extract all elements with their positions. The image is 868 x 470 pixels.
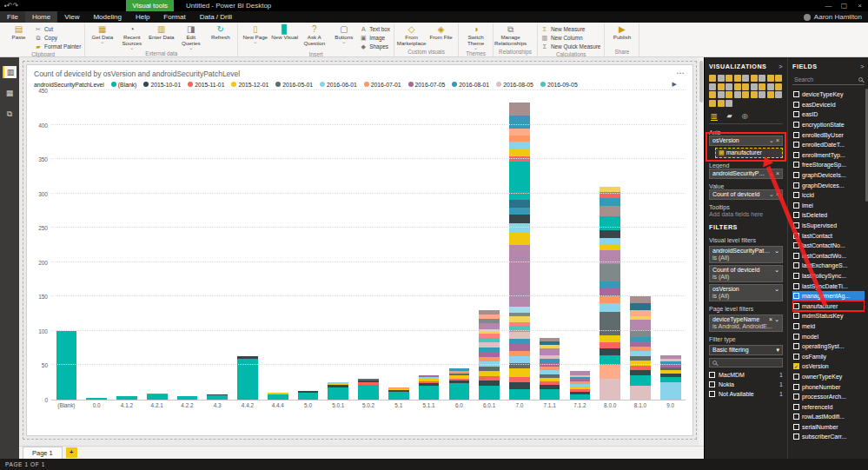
checkbox[interactable] [793, 384, 799, 390]
checkbox[interactable] [793, 334, 799, 340]
remove-icon[interactable]: × [776, 191, 779, 197]
ribbon-button-new-quick-measure[interactable]: ΣNew Quick Measure [541, 43, 601, 50]
field-row-managementag[interactable]: managementAg... [792, 291, 865, 301]
field-row-operatingsyst[interactable]: operatingSyst... [792, 341, 865, 352]
field-row-osfamily[interactable]: osFamily [792, 351, 865, 361]
field-row-lastcontactwo[interactable]: lastContactWo... [792, 251, 865, 261]
filter-pill-count-of-deviceid[interactable]: Count of deviceId⌄is (All) [709, 265, 783, 282]
stacked-bar[interactable] [630, 296, 651, 400]
page-tab-page-1[interactable]: Page 1 [23, 447, 63, 459]
checkbox[interactable] [793, 262, 799, 268]
ribbon-button-image[interactable]: ▣Image [360, 34, 390, 42]
account-info[interactable]: Aaron Hamilton [804, 13, 868, 21]
area-chart-icon[interactable] [767, 75, 774, 82]
python-visual-icon[interactable] [718, 100, 725, 107]
field-row-osversion[interactable]: osVersion [792, 361, 865, 372]
checkbox[interactable] [709, 372, 715, 378]
table-icon[interactable] [767, 91, 774, 98]
chevron-down-icon[interactable]: ⌄ [769, 170, 774, 177]
chevron-down-icon[interactable]: ⌄ [769, 191, 774, 198]
legend-next-icon[interactable]: ▶ [673, 81, 677, 88]
stacked-bar-chart-icon[interactable] [709, 75, 716, 82]
checkbox[interactable] [793, 192, 799, 198]
field-row-meid[interactable]: meid [792, 321, 865, 332]
clustered-column-chart-icon[interactable] [734, 75, 741, 82]
checkbox[interactable] [793, 313, 799, 319]
donut-chart-icon[interactable] [759, 83, 765, 90]
multi-row-card-icon[interactable] [742, 91, 749, 98]
ribbon-button-copy[interactable]: ⧉Copy [35, 34, 81, 42]
checkbox[interactable] [793, 212, 799, 218]
menu-tab-help[interactable]: Help [129, 11, 156, 23]
field-row-easid[interactable]: easID [792, 109, 865, 120]
field-row-enrollmenttyp[interactable]: enrollmentTyp... [792, 150, 865, 161]
field-row-easdeviceid[interactable]: easDeviceId [792, 100, 865, 110]
field-row-devicetypekey[interactable]: deviceTypeKey [792, 89, 865, 100]
checkbox[interactable] [793, 132, 799, 138]
filter-pill-androidsecuritypatchl[interactable]: androidSecurityPatchL...⌄is (All) [709, 246, 783, 263]
menu-tab-modeling[interactable]: Modeling [86, 11, 128, 23]
remove-icon[interactable]: × [776, 137, 779, 143]
chevron-down-icon[interactable]: ⌄ [774, 248, 779, 255]
menu-tab-file[interactable]: File [0, 11, 25, 23]
checkbox[interactable] [793, 323, 799, 329]
checkbox[interactable] [793, 91, 799, 97]
ribbon-button-paste[interactable]: ▤Paste [5, 23, 32, 40]
viz-pane-tab-fields[interactable]: ▥ [711, 112, 718, 121]
stacked-bar[interactable] [298, 391, 319, 400]
field-row-imei[interactable]: imei [792, 201, 865, 211]
stacked-bar[interactable] [268, 393, 288, 400]
matrix-icon[interactable] [775, 91, 782, 98]
ribbon-button-from-marketplace[interactable]: ◇From Marketplace [398, 23, 425, 46]
ribbon-button-cut[interactable]: ✂Cut [35, 25, 81, 33]
ribbon-button-text-box[interactable]: AText box [360, 25, 390, 33]
visual-container[interactable]: Count of deviceId by osVersion and andro… [26, 64, 693, 436]
maximize-icon[interactable]: ▢ [840, 0, 848, 11]
add-page-button[interactable]: + [66, 447, 77, 458]
stacked-bar[interactable] [177, 396, 198, 400]
checkbox[interactable] [793, 343, 799, 349]
checkbox[interactable] [793, 424, 799, 430]
viz-pane-tab-analytics[interactable]: ◎ [742, 112, 748, 121]
field-row-lastsyncdateti[interactable]: lastSyncDateTi... [792, 281, 865, 291]
ribbon-button-get-data[interactable]: ▦Get Data⌄ [89, 23, 116, 43]
line-and-stacked-column-chart-icon[interactable] [709, 83, 716, 90]
field-row-iccid[interactable]: iccid [792, 190, 865, 201]
line-and-clustered-column-chart-icon[interactable] [718, 83, 725, 90]
scatter-chart-icon[interactable] [742, 83, 749, 90]
field-row-freestoragesp[interactable]: freeStorageSp... [792, 160, 865, 170]
filter-pill-devicetypename[interactable]: deviceTypeName×⌄is Android, AndroidE... [709, 314, 783, 332]
stacked-bar[interactable] [388, 387, 409, 400]
field-row-lastexchanges[interactable]: lastExchangeS... [792, 261, 865, 271]
field-row-enrolleddatet[interactable]: enrolledDateT... [792, 140, 865, 150]
remove-icon[interactable]: × [769, 316, 772, 323]
stacked-column-chart-icon[interactable] [718, 75, 725, 82]
checkbox[interactable] [793, 273, 799, 279]
menu-tab-format[interactable]: Format [156, 11, 192, 23]
model-view-button[interactable]: ⧉ [3, 108, 17, 120]
ribbon-button-recent-sources[interactable]: ◔Recent Sources⌄ [118, 23, 145, 50]
ribbon-button-format-painter[interactable]: ▰Format Painter [35, 43, 81, 50]
card-icon[interactable] [734, 91, 741, 98]
checkbox[interactable] [793, 162, 799, 168]
field-row-enrolledbyuser[interactable]: enrolledByUser [792, 129, 865, 140]
stacked-bar[interactable] [86, 398, 107, 400]
menu-tab-view[interactable]: View [57, 11, 86, 23]
field-row-graphdevices[interactable]: graphDevices... [792, 180, 865, 190]
ribbon-button-edit-queries[interactable]: ◨Edit Queries⌄ [177, 23, 204, 50]
stacked-bar[interactable] [328, 382, 348, 400]
stacked-bar[interactable] [207, 394, 228, 400]
canvas-scrollbar-thumb[interactable] [699, 61, 703, 103]
ribbon-chart-icon[interactable] [726, 83, 732, 90]
ribbon-button-ask-a-question[interactable]: ?Ask A Question [301, 23, 328, 46]
checkbox[interactable] [793, 111, 799, 117]
ribbon-button-new-column[interactable]: ▥New Column [541, 34, 601, 42]
r-script-visual-icon[interactable] [709, 100, 716, 107]
stacked-bar[interactable] [540, 338, 560, 400]
report-view-button[interactable]: ▥ [3, 66, 17, 78]
stacked-bar[interactable] [479, 310, 500, 400]
panel-collapse-icon[interactable]: > [860, 63, 865, 70]
panel-collapse-icon[interactable]: > [779, 63, 783, 70]
checkbox[interactable] [793, 303, 799, 309]
ribbon-button-new-measure[interactable]: ΣNew Measure [541, 25, 601, 33]
